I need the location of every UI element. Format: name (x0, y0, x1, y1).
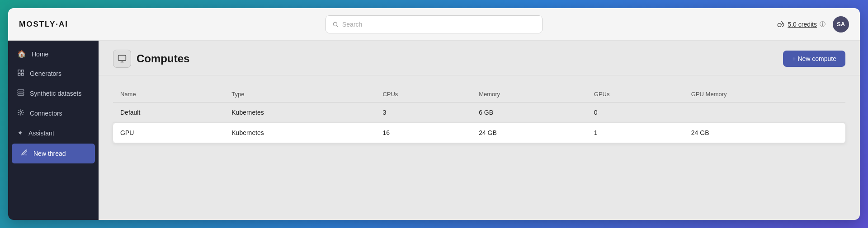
row-gpu-gpus: 1 (587, 123, 684, 143)
svg-rect-6 (21, 73, 24, 75)
row-gpu-cpus: 16 (375, 123, 472, 143)
table-body: Default Kubernetes 3 6 GB 0 GPU Kubernet… (113, 102, 845, 143)
connectors-icon (17, 109, 24, 118)
new-compute-button[interactable]: + New compute (783, 51, 845, 67)
svg-point-2 (778, 23, 782, 27)
row-gpu-name: GPU (113, 123, 224, 143)
svg-rect-8 (18, 92, 24, 93)
search-icon (332, 21, 339, 28)
col-header-type: Type (224, 86, 375, 102)
col-header-name: Name (113, 86, 224, 102)
table-row[interactable]: Default Kubernetes 3 6 GB 0 (113, 102, 845, 123)
sidebar-item-connectors[interactable]: Connectors (8, 103, 99, 123)
home-icon: 🏠 (17, 50, 26, 58)
main-layout: 🏠 Home Generators Synthetic datasets C (8, 41, 860, 220)
sidebar-item-home[interactable]: 🏠 Home (8, 44, 99, 64)
row-default-memory: 6 GB (472, 102, 587, 123)
col-header-gpus: GPUs (587, 86, 684, 102)
page-title-container: Computes (113, 50, 189, 68)
svg-rect-3 (18, 70, 20, 72)
svg-rect-9 (18, 94, 24, 95)
content-area: Computes + New compute Name Type CPUs Me… (99, 41, 860, 220)
table-container: Name Type CPUs Memory GPUs GPU Memory De… (99, 75, 860, 220)
compute-table: Name Type CPUs Memory GPUs GPU Memory De… (113, 86, 845, 143)
svg-line-1 (337, 25, 338, 27)
row-gpu-gpu-memory: 24 GB (684, 123, 845, 143)
computes-page-icon (113, 50, 131, 68)
sidebar: 🏠 Home Generators Synthetic datasets C (8, 41, 99, 220)
svg-rect-4 (21, 70, 24, 72)
col-header-cpus: CPUs (375, 86, 472, 102)
col-header-gpu-memory: GPU Memory (684, 86, 845, 102)
row-gpu-type: Kubernetes (224, 123, 375, 143)
topbar-right: 5.0 credits ⓘ SA (777, 16, 849, 33)
page-header: Computes + New compute (99, 41, 860, 75)
svg-rect-7 (18, 90, 24, 91)
credits-label[interactable]: 5.0 credits (788, 21, 817, 28)
row-gpu-memory: 24 GB (472, 123, 587, 143)
sidebar-item-new-thread[interactable]: New thread (12, 144, 95, 163)
search-placeholder: Search (342, 21, 362, 28)
coins-icon (777, 20, 785, 28)
sidebar-label-assistant: Assistant (28, 130, 54, 137)
sidebar-label-generators: Generators (30, 70, 61, 77)
row-default-name: Default (113, 102, 224, 123)
search-bar[interactable]: Search (326, 15, 542, 33)
page-title: Computes (137, 52, 189, 65)
svg-point-10 (20, 112, 22, 113)
sidebar-label-home: Home (32, 51, 48, 58)
svg-rect-5 (18, 73, 20, 75)
svg-point-0 (333, 22, 337, 26)
assistant-icon: ✦ (17, 129, 23, 137)
row-default-type: Kubernetes (224, 102, 375, 123)
sidebar-label-new-thread: New thread (33, 150, 66, 157)
row-default-gpu-memory (684, 102, 845, 123)
table-row[interactable]: GPU Kubernetes 16 24 GB 1 24 GB (113, 123, 845, 143)
synthetic-datasets-icon (17, 89, 24, 98)
row-default-gpus: 0 (587, 102, 684, 123)
new-thread-icon (21, 149, 28, 158)
logo: MOSTLY·AI (19, 20, 68, 29)
sidebar-label-synthetic-datasets: Synthetic datasets (30, 90, 81, 97)
generators-icon (17, 69, 24, 78)
topbar: MOSTLY·AI Search 5.0 credits ⓘ SA (8, 8, 860, 41)
svg-rect-11 (118, 56, 126, 61)
sidebar-item-synthetic-datasets[interactable]: Synthetic datasets (8, 84, 99, 103)
col-header-memory: Memory (472, 86, 587, 102)
credits-container: 5.0 credits ⓘ (777, 20, 826, 28)
avatar[interactable]: SA (833, 16, 849, 33)
table-header: Name Type CPUs Memory GPUs GPU Memory (113, 86, 845, 102)
row-default-cpus: 3 (375, 102, 472, 123)
info-icon: ⓘ (820, 20, 826, 28)
sidebar-item-assistant[interactable]: ✦ Assistant (8, 123, 99, 143)
sidebar-item-generators[interactable]: Generators (8, 64, 99, 84)
sidebar-label-connectors: Connectors (30, 110, 62, 117)
